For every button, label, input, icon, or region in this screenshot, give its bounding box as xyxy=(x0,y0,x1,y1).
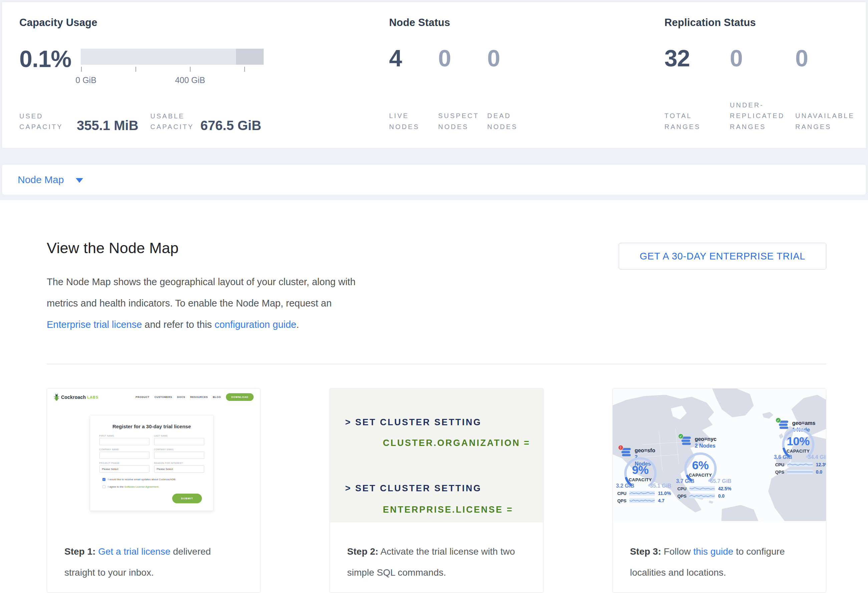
mini-site-nav-links: PRODUCT CUSTOMERS DOCS RESOURCES BLOG DO… xyxy=(136,393,254,401)
gauge-capacity-label: CAPACITY xyxy=(616,477,666,482)
mini-field-label: PROJECT PHASE xyxy=(99,462,149,464)
database-icon: ✓ xyxy=(681,436,692,446)
intro-text: The Node Map shows the geographical layo… xyxy=(47,277,356,309)
mini-license-agreement-link: Software License Agreement. xyxy=(124,485,159,488)
ok-badge-icon: ✓ xyxy=(775,418,781,423)
cpu-sparkline xyxy=(629,491,655,496)
mini-form-fields: FIRST NAME LAST NAME COMPANY NAME xyxy=(90,434,213,472)
under-replicated-ranges-stat: 0 UNDER-REPLICATED RANGES xyxy=(730,47,795,132)
intro-text-block: View the Node Map The Node Map shows the… xyxy=(47,240,375,335)
used-capacity-label: USED CAPACITY xyxy=(19,111,77,132)
mini-checkbox-row: I agree to the Software License Agreemen… xyxy=(102,485,213,488)
used-capacity: 3.2 GiB xyxy=(616,483,635,489)
mini-field-label: COMPANY NAME xyxy=(99,448,149,450)
mini-select: Please Select xyxy=(99,465,149,472)
cluster-name: geo=sfo xyxy=(635,447,655,454)
cluster-name: geo=nyc xyxy=(695,436,716,443)
mini-text-input xyxy=(99,452,149,459)
this-guide-link[interactable]: this guide xyxy=(693,546,733,557)
unchecked-checkbox-icon xyxy=(102,485,105,488)
mini-nav-item: DOCS xyxy=(177,396,185,399)
node-status-section: Node Status 4 LIVE NODES 0 SUSPECT NODES… xyxy=(389,17,664,132)
step-label: Step 2: xyxy=(347,546,378,557)
mini-nav-item: BLOG xyxy=(213,396,221,399)
live-nodes-stat: 4 LIVE NODES xyxy=(389,47,438,132)
gauge-percent: 9% xyxy=(616,463,666,477)
axis-tick xyxy=(190,67,190,72)
node-map-promo-section: View the Node Map The Node Map shows the… xyxy=(0,200,868,593)
dead-nodes-stat: 0 DEAD NODES xyxy=(487,47,536,132)
unavailable-ranges-value: 0 xyxy=(795,47,861,70)
checked-checkbox-icon: ✓ xyxy=(102,478,105,481)
mini-nav-item: PRODUCT xyxy=(136,396,149,399)
cpu-metric-row: CPU 11.0% xyxy=(617,491,678,496)
capacity-bar-group: 0 GiB 400 GiB xyxy=(81,49,264,87)
mini-text-input xyxy=(154,452,204,459)
cluster-node-count: 2 Nodes xyxy=(695,443,716,449)
get-enterprise-trial-button[interactable]: GET A 30-DAY ENTERPRISE TRIAL xyxy=(619,243,826,269)
used-capacity-value: 355.1 MiB xyxy=(77,119,139,132)
suspect-nodes-value: 0 xyxy=(438,47,487,70)
axis-tick xyxy=(136,67,136,72)
enterprise-trial-license-link[interactable]: Enterprise trial license xyxy=(47,319,142,330)
configuration-guide-link[interactable]: configuration guide xyxy=(215,319,296,330)
capacity-usage-chart: 0.1% 0 GiB 400 GiB xyxy=(19,47,389,87)
sql-command-line: > SET CLUSTER SETTING xyxy=(345,484,543,493)
mini-checkbox-label: I would like to receive email updates ab… xyxy=(108,478,176,481)
cpu-label: CPU xyxy=(617,491,629,496)
live-nodes-value: 4 xyxy=(389,47,438,70)
mini-checkbox-row: ✓ I would like to receive email updates … xyxy=(102,478,213,481)
gauge-percent: 6% xyxy=(675,459,725,472)
get-trial-license-link[interactable]: Get a trial license xyxy=(98,546,170,557)
step-1-caption: Step 1: Get a trial license delivered st… xyxy=(47,522,260,583)
step-1-card: Cockroach LABS PRODUCT CUSTOMERS DOCS RE… xyxy=(47,388,261,593)
mini-nav-item: CUSTOMERS xyxy=(155,396,172,399)
replication-status-groups: 32 TOTAL RANGES 0 UNDER-REPLICATED RANGE… xyxy=(664,47,866,132)
intro-description: The Node Map shows the geographical layo… xyxy=(47,271,375,335)
step-2-card: > SET CLUSTER SETTING CLUSTER.ORGANIZATI… xyxy=(329,388,543,593)
qps-metric-row: QPS 0.0 xyxy=(775,469,826,475)
mini-site-nav: Cockroach LABS PRODUCT CUSTOMERS DOCS RE… xyxy=(47,388,260,401)
cpu-value: 11.0% xyxy=(658,491,671,496)
mini-field: COMPANY NAME xyxy=(99,448,149,459)
mini-select: Please Select xyxy=(154,465,204,472)
total-capacity: 65.7 GiB xyxy=(710,478,732,484)
capacity-footer: USED CAPACITY 355.1 MiB USABLE CAPACITY … xyxy=(19,111,389,132)
page-title: View the Node Map xyxy=(47,240,375,257)
mini-download-button: DOWNLOAD xyxy=(226,393,254,401)
alert-badge-icon: ! xyxy=(618,445,623,450)
used-capacity: 3.7 GiB xyxy=(676,478,694,484)
cpu-sparkline xyxy=(787,462,813,467)
mini-form-title: Register for a 30-day trial license xyxy=(90,424,213,429)
mini-field-label: LAST NAME xyxy=(154,434,204,437)
qps-metric-row: QPS 0.0 xyxy=(678,493,738,499)
qps-label: QPS xyxy=(617,498,629,503)
qps-value: 0.0 xyxy=(718,493,725,499)
cpu-metric-row: CPU 42.5% xyxy=(678,486,738,491)
cpu-sparkline xyxy=(689,486,715,491)
step-2-caption: Step 2: Activate the trial license with … xyxy=(330,522,543,583)
mini-field: FIRST NAME xyxy=(99,434,149,445)
unavailable-ranges-label: UNAVAILABLE RANGES xyxy=(795,110,852,132)
capacity-progress-bar xyxy=(81,49,264,65)
mini-field-label: COMPANY EMAIL xyxy=(154,448,204,450)
sql-commands-panel: > SET CLUSTER SETTING CLUSTER.ORGANIZATI… xyxy=(330,388,543,522)
cpu-label: CPU xyxy=(775,462,787,467)
trial-license-screenshot: Cockroach LABS PRODUCT CUSTOMERS DOCS RE… xyxy=(47,388,260,522)
mini-submit-button: SUBMIT xyxy=(172,494,202,503)
axis-tick-label: 400 GiB xyxy=(175,75,205,85)
capacity-usage-section: Capacity Usage 0.1% 0 GiB 400 GiB xyxy=(19,17,389,132)
gauge-values: 3.6 GiB 34.4 GiB xyxy=(774,454,826,460)
qps-sparkline xyxy=(689,494,715,498)
caption-text xyxy=(96,546,98,557)
node-status-title: Node Status xyxy=(389,17,664,29)
total-ranges-value: 32 xyxy=(664,47,730,70)
steps-cards-row: Cockroach LABS PRODUCT CUSTOMERS DOCS RE… xyxy=(47,388,826,593)
usable-capacity-label: USABLE CAPACITY xyxy=(151,111,201,132)
replication-status-title: Replication Status xyxy=(664,17,866,29)
cluster-header: ✓ geo=nyc 2 Nodes xyxy=(681,436,716,449)
suspect-nodes-stat: 0 SUSPECT NODES xyxy=(438,47,487,132)
node-map-dropdown[interactable]: Node Map xyxy=(18,174,83,185)
node-map-preview: ! geo=sfo 2 Nodes xyxy=(613,388,826,522)
capacity-axis: 0 GiB 400 GiB xyxy=(81,67,264,87)
